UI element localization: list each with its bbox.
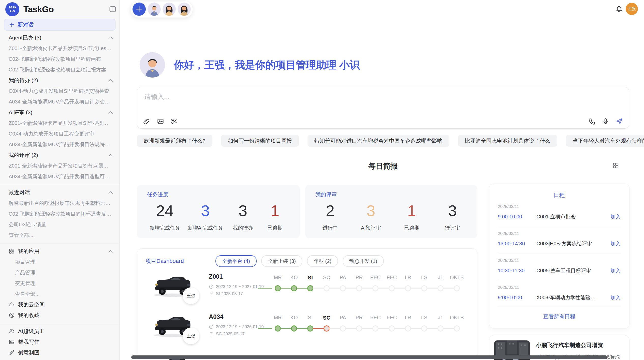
milestone-dot — [437, 285, 444, 291]
sidebar-task-item[interactable]: Z001-全新燃油轻卡产品开发项目SI节点属性5D文件评审 — [0, 160, 119, 171]
daily-briefing-title: 每日简报 — [368, 162, 398, 170]
app-item[interactable]: 项目管理 — [0, 257, 119, 267]
milestone-dot — [275, 325, 281, 332]
recent-chat-item[interactable]: 公司Q3轻卡销量 — [0, 219, 119, 230]
view-all-schedule-link[interactable]: 查看所有日程 — [498, 313, 621, 320]
milestone-dot — [340, 285, 346, 291]
suggestion-chip[interactable]: 欧洲新规最近颁布了什么? — [137, 135, 212, 147]
suggestion-chip[interactable]: 比亚迪全固态电池计划具体说了什么 — [458, 135, 557, 147]
milestone-label: LS — [416, 275, 432, 281]
horizontal-scrollbar[interactable] — [131, 355, 607, 359]
app-item[interactable]: 变更管理 — [0, 278, 119, 289]
project-dates: 2023-12-19 ~ 2027-01-19 — [216, 284, 264, 289]
stat-card-title: 我的评审 — [315, 191, 467, 198]
sidebar-scroll: Agent已办 (3)Z001-全新燃油皮卡产品开发项目SI节点Lesson L… — [0, 32, 119, 360]
sidebar-task-item[interactable]: A034-全新新能源MUV产品开发项目计划变更表编写 — [0, 96, 119, 107]
sidebar-task-item[interactable]: Z001-全新燃油轻卡产品开发项目SI造型提交物评审 — [0, 118, 119, 128]
milestone-dot — [437, 325, 444, 332]
sidebar-section-header[interactable]: 我的评审 (2) — [0, 150, 119, 160]
layout-grid-icon[interactable] — [612, 162, 619, 169]
new-chat-button[interactable]: 新对话 — [4, 19, 115, 31]
stat-item: 1已逾期 — [400, 202, 424, 231]
stat-item: 3我的待办 — [231, 202, 255, 231]
dashboard-filter-chip[interactable]: 全新平台 (4) — [215, 255, 257, 267]
sidebar-item-favorites[interactable]: 我的收藏 — [0, 310, 119, 321]
phone-icon[interactable] — [588, 118, 595, 125]
recent-chat-item[interactable]: C02-飞腾新能源轻客改款项目的闭环通告反馈情况 — [0, 208, 119, 219]
image-upload-icon[interactable] — [157, 118, 164, 125]
stat-label: 待评审 — [440, 224, 465, 231]
sidebar-task-item[interactable]: C0X4-动力总成开发项目SI里程碑提交物检查 — [0, 86, 119, 96]
project-code: A034 — [209, 313, 270, 320]
dashboard-filters: 全新平台 (4)全新上装 (3)年型 (2)动总开发 (1) — [215, 255, 384, 267]
notification-bell-icon[interactable] — [616, 6, 623, 13]
recent-chats-header[interactable]: 最近对话 — [0, 187, 119, 198]
dashboard-filter-chip[interactable]: 全新上装 (3) — [261, 255, 302, 267]
stat-label: 新增AI完成任务 — [188, 224, 223, 231]
milestone-dot — [454, 285, 460, 291]
join-button[interactable]: 加入 — [610, 267, 621, 274]
sidebar-task-item[interactable]: A034-全新新能源MUV产品开发项目造型可行性评审 — [0, 171, 119, 182]
sidebar-section-header[interactable]: Agent已办 (3) — [0, 32, 119, 43]
sidebar-section-header[interactable]: AI评审 (3) — [0, 107, 119, 118]
project-flag: SC-2025-05-17 — [216, 332, 245, 336]
recent-view-all[interactable]: 查看全部... — [0, 230, 119, 241]
cloud-space-label: 我的云空间 — [18, 301, 45, 308]
favorites-label: 我的收藏 — [18, 312, 39, 319]
stat-item: 3AI预评审 — [359, 202, 383, 231]
avatar[interactable] — [178, 3, 191, 16]
sidebar-task-item[interactable]: C02-飞腾新能源轻客改款项目里程碑画布 — [0, 54, 119, 64]
sidebar-task-item[interactable]: A034-全新新能源MUV产品开发项目法规符合性评审 — [0, 139, 119, 150]
sidebar-section-header[interactable]: 我的待办 (2) — [0, 75, 119, 86]
schedule-name: C003|H0B-方案冻结评审 — [536, 240, 610, 247]
milestone-label: FEC — [384, 275, 400, 281]
stat-value: 3 — [231, 202, 255, 219]
avatar[interactable] — [163, 3, 176, 16]
stat-label: 新增完成任务 — [150, 224, 180, 231]
dashboard-filter-chip[interactable]: 动总开发 (1) — [343, 255, 384, 267]
join-button[interactable]: 加入 — [610, 294, 621, 301]
briefing-stat-card: 任务进度24新增完成任务3新增AI完成任务3我的待办1已逾期 — [137, 185, 300, 238]
schedule-time: 9:00-10:00 — [498, 214, 536, 220]
news-title: 小鹏飞行汽车制造公司增资 — [536, 341, 620, 349]
sidebar-tool-people[interactable]: AI超级员工 — [0, 326, 119, 337]
sidebar-collapse-icon[interactable] — [109, 5, 116, 13]
add-session-button[interactable] — [133, 3, 146, 16]
sidebar-tool-pen[interactable]: 创意制图 — [0, 347, 119, 358]
divider — [0, 324, 119, 324]
milestone-label: PEC — [367, 315, 384, 321]
schedule-title: 日程 — [498, 191, 621, 199]
apps-view-all[interactable]: 查看全部... — [0, 289, 119, 299]
suggestion-chip[interactable]: 如何写一份清晰的项目周报 — [221, 135, 299, 147]
sidebar-item-cloud-space[interactable]: 我的云空间 — [0, 299, 119, 310]
send-icon[interactable] — [616, 118, 623, 125]
briefing-stat-card: 我的评审2进行中3AI预评审1已逾期3待评审 — [305, 185, 477, 238]
join-button[interactable]: 加入 — [610, 213, 621, 220]
scroll-right-arrow[interactable] — [611, 355, 614, 359]
schedule-card: 日程 2025/03/119:00-10:00C001-立项审批会加入2025/… — [489, 184, 630, 328]
avatar[interactable] — [148, 3, 161, 16]
suggestion-chip[interactable]: 当下年轻人对汽车外观有怎样的喜好趋势 — [566, 135, 644, 147]
sidebar-task-item[interactable]: C02-飞腾新能源轻客改款项目立项汇报方案 — [0, 64, 119, 75]
user-avatar[interactable]: 王强 — [626, 3, 638, 15]
suggestion-chip[interactable]: 特朗普可能对进口汽车增税会对中国车企造成哪些影响 — [308, 135, 449, 147]
sidebar-tool-image[interactable]: 帮我写作 — [0, 337, 119, 347]
project-dashboard-card: 项目Dashboard 全新平台 (4)全新上装 (3)年型 (2)动总开发 (… — [137, 248, 477, 360]
schedule-date: 2025/03/11 — [498, 231, 621, 236]
stat-label: AI预评审 — [359, 224, 383, 231]
stat-label: 进行中 — [318, 224, 342, 231]
dashboard-filter-chip[interactable]: 年型 (2) — [307, 255, 338, 267]
my-apps-header[interactable]: 我的应用 — [0, 246, 119, 257]
dashboard-title: 项目Dashboard — [145, 257, 215, 265]
microphone-icon[interactable] — [602, 118, 609, 125]
join-button[interactable]: 加入 — [610, 240, 621, 247]
milestone-label: KO — [286, 315, 302, 321]
chat-input[interactable] — [144, 92, 526, 111]
sidebar-task-item[interactable]: Z001-全新燃油皮卡产品开发项目SI节点Lesson Learn报告 — [0, 43, 119, 54]
scissors-icon[interactable] — [171, 118, 178, 125]
attachment-icon[interactable] — [143, 118, 150, 125]
app-item[interactable]: 产品管理 — [0, 267, 119, 278]
schedule-name: X003-车辆动力学性能验... — [536, 294, 610, 301]
sidebar-task-item[interactable]: C0X4-动力总成开发项目工程变更评审 — [0, 128, 119, 139]
recent-chat-item[interactable]: 解释最新出台的欧盟报废车法规再生塑料比例被调至15%... — [0, 198, 119, 208]
